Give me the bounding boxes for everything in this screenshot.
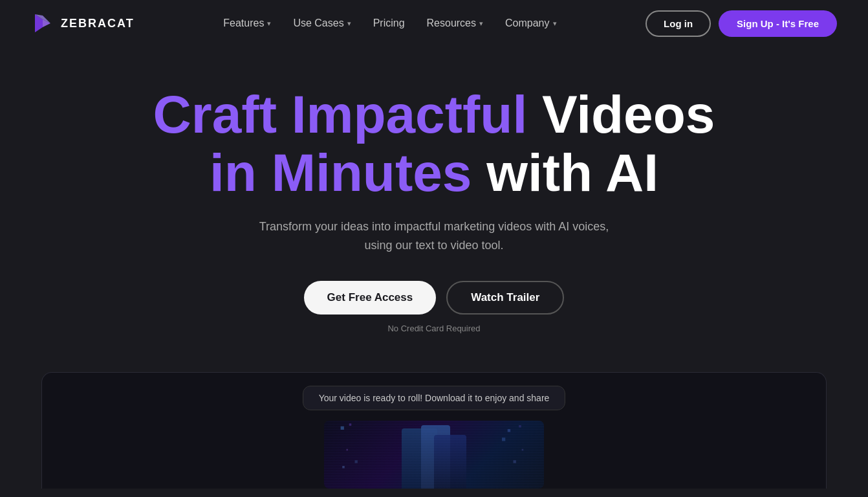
svg-rect-12 xyxy=(522,449,524,451)
pixel-scatter-svg xyxy=(324,421,544,489)
video-preview-section: Your video is ready to roll! Download it… xyxy=(41,372,827,489)
svg-rect-4 xyxy=(349,423,352,426)
chevron-down-icon: ▾ xyxy=(347,19,351,28)
brand-name: ZEBRACAT xyxy=(61,17,135,30)
svg-rect-9 xyxy=(342,466,345,469)
hero-title-ai: with AI xyxy=(486,143,658,202)
navbar: ZEBRACAT Features ▾ Use Cases ▾ Pricing … xyxy=(0,0,868,47)
thumbnail-bg xyxy=(324,421,544,489)
svg-rect-8 xyxy=(355,460,358,463)
svg-rect-11 xyxy=(346,449,348,451)
hero-title-purple: Craft Impactful xyxy=(153,85,528,144)
hero-title-minutes: in Minutes xyxy=(210,143,472,202)
logo-icon xyxy=(31,12,54,35)
nav-pricing[interactable]: Pricing xyxy=(364,12,414,34)
nav-features[interactable]: Features ▾ xyxy=(214,12,280,34)
hero-title: Craft Impactful Videos in Minutes with A… xyxy=(153,85,715,202)
hero-section: Craft Impactful Videos in Minutes with A… xyxy=(0,47,868,359)
no-credit-label: No Credit Card Required xyxy=(387,324,480,333)
hero-title-videos: Videos xyxy=(542,85,715,144)
svg-rect-10 xyxy=(514,460,516,463)
chevron-down-icon: ▾ xyxy=(267,19,271,28)
hero-subtitle: Transform your ideas into impactful mark… xyxy=(259,217,609,255)
nav-links: Features ▾ Use Cases ▾ Pricing Resources… xyxy=(214,12,565,34)
get-free-access-button[interactable]: Get Free Access xyxy=(304,281,437,315)
svg-rect-5 xyxy=(508,429,510,432)
watch-trailer-button[interactable]: Watch Trailer xyxy=(446,281,564,315)
video-notification-text: Your video is ready to roll! Download it… xyxy=(303,386,566,410)
svg-rect-6 xyxy=(519,425,521,428)
nav-company[interactable]: Company ▾ xyxy=(496,12,565,34)
nav-use-cases[interactable]: Use Cases ▾ xyxy=(284,12,360,34)
signup-button[interactable]: Sign Up - It's Free xyxy=(719,10,837,37)
brand-logo[interactable]: ZEBRACAT xyxy=(31,12,135,35)
video-thumbnail xyxy=(324,421,544,489)
nav-resources[interactable]: Resources ▾ xyxy=(418,12,492,34)
chevron-down-icon: ▾ xyxy=(553,19,557,28)
nav-actions: Log in Sign Up - It's Free xyxy=(646,10,837,37)
svg-rect-7 xyxy=(502,437,505,441)
hero-buttons: Get Free Access Watch Trailer xyxy=(304,281,565,315)
login-button[interactable]: Log in xyxy=(646,10,711,37)
chevron-down-icon: ▾ xyxy=(479,19,483,28)
video-inner: Your video is ready to roll! Download it… xyxy=(42,373,826,489)
svg-rect-3 xyxy=(341,426,344,430)
